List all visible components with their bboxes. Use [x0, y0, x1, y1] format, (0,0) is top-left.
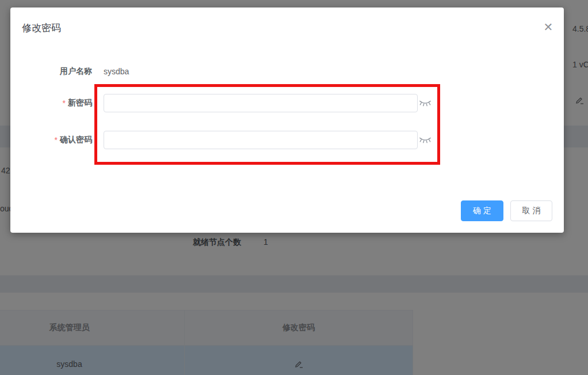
- required-asterisk: *: [55, 135, 58, 145]
- dialog-title: 修改密码: [22, 21, 61, 35]
- page: 4.5.8 1 vCPU 42 oud 就绪节点个数 1 系统管理员 修改密码 …: [0, 0, 588, 375]
- confirm-password-row: * 确认密码: [10, 131, 564, 149]
- change-password-dialog: 修改密码 ✕ 用户名称 sysdba * 新密码: [10, 7, 564, 233]
- close-icon[interactable]: ✕: [540, 19, 556, 35]
- new-password-row: * 新密码: [10, 94, 564, 112]
- required-asterisk: *: [63, 99, 66, 108]
- username-label: 用户名称: [10, 63, 92, 79]
- confirm-button[interactable]: 确 定: [461, 200, 503, 221]
- dialog-footer: 确 定 取 消: [10, 200, 564, 221]
- confirm-password-input[interactable]: [104, 131, 418, 149]
- new-password-input[interactable]: [104, 94, 418, 112]
- eye-closed-icon[interactable]: [419, 135, 432, 145]
- new-password-label: * 新密码: [10, 94, 92, 112]
- username-row: 用户名称 sysdba: [10, 63, 564, 79]
- username-value: sysdba: [104, 63, 129, 79]
- eye-closed-icon[interactable]: [419, 98, 432, 108]
- confirm-password-label: * 确认密码: [10, 131, 92, 149]
- cancel-button[interactable]: 取 消: [510, 200, 552, 221]
